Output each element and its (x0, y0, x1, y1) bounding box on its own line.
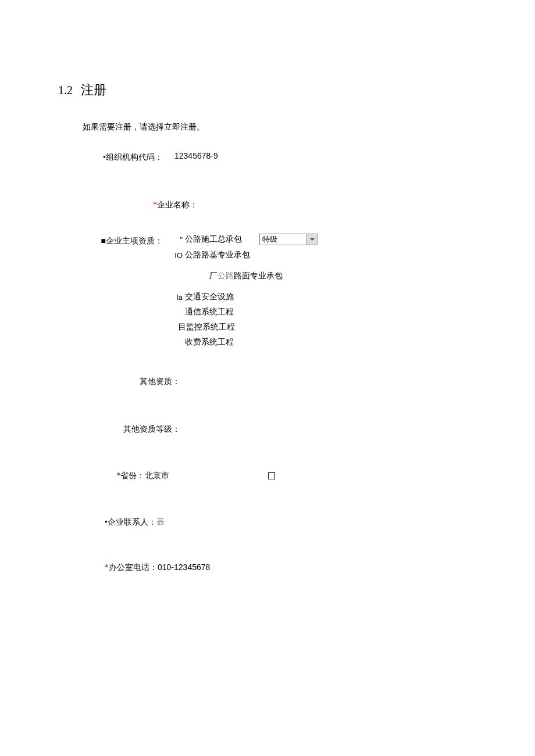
heading-title: 注册 (81, 83, 106, 97)
qual-item-7: 收费系统工程 (185, 337, 318, 347)
org-code-row: •组织机构代码： 12345678-9 (93, 151, 477, 163)
qual-text-4: 交通安全设施 (185, 292, 234, 302)
main-qualification-section: ■企业主项资质： " 公路施工总承包 特级 IO 公路路基专业承包 厂公路路面专… (93, 234, 477, 352)
qual-prefix-4: Ia (174, 293, 183, 302)
province-label-text: 省份： (120, 471, 145, 480)
qual-item-1: " 公路施工总承包 特级 (174, 234, 318, 245)
other-qualification-label: 其他资质： (93, 375, 180, 387)
qual-bullet: ■ (101, 237, 106, 245)
company-name-label-text: 企业名称： (157, 200, 198, 209)
province-label: *省份：北京市 (116, 471, 169, 481)
heading-number: 1.2 (58, 84, 73, 96)
contact-value: 聂 (156, 518, 165, 526)
phone-value: 010-12345678 (158, 562, 210, 572)
other-qualification-level-row: 其他资质等级： (93, 423, 477, 435)
phone-label: 办公室电话： (109, 563, 158, 572)
qual-prefix-2: IO (174, 251, 183, 260)
qual-item-5: 通信系统工程 (185, 307, 318, 317)
province-checkbox[interactable] (268, 472, 275, 479)
company-name-label: *企业名称： (93, 199, 198, 210)
province-star: * (116, 471, 120, 480)
phone-star: * (105, 563, 109, 572)
other-qualification-row: 其他资质： (93, 375, 477, 387)
contact-label: 企业联系人： (108, 518, 156, 526)
intro-text: 如果需要注册，请选择立即注册。 (83, 122, 477, 132)
qual-label-text: 企业主项资质： (106, 237, 163, 245)
org-code-value: 12345678-9 (174, 151, 218, 160)
province-value: 北京市 (145, 471, 169, 480)
qual-text-1: 公路施工总承包 (185, 234, 242, 245)
org-code-label: •组织机构代码： (93, 151, 163, 163)
qual-item-3: 厂公路路面专业承包 (209, 271, 318, 281)
other-qualification-level-label: 其他资质等级： (93, 423, 180, 435)
required-star: * (153, 200, 157, 209)
chevron-down-icon (306, 234, 317, 245)
qual-text-3-gray: 公路 (217, 271, 234, 281)
section-heading: 1.2 注册 (58, 81, 477, 99)
qual-text-7: 收费系统工程 (185, 337, 234, 347)
qual-prefix-3: 厂 (209, 271, 217, 281)
qualification-list: " 公路施工总承包 特级 IO 公路路基专业承包 厂公路路面专业承包 Ia 交通… (174, 234, 318, 352)
province-row: *省份：北京市 (116, 471, 477, 481)
qual-text-5: 通信系统工程 (185, 307, 234, 317)
qual-prefix-1: " (174, 235, 183, 244)
qualification-level-select[interactable]: 特级 (259, 234, 318, 245)
qual-text-6: 目监控系统工程 (178, 322, 235, 332)
company-name-row: *企业名称： (93, 199, 477, 210)
qual-item-2: IO 公路路基专业承包 (174, 250, 318, 260)
select-text: 特级 (260, 234, 306, 245)
main-qualification-label: ■企业主项资质： (93, 234, 163, 246)
office-phone-row: *办公室电话：010-12345678 (105, 562, 477, 573)
qual-text-2: 公路路基专业承包 (185, 250, 250, 260)
contact-row: •企业联系人：聂 (105, 517, 477, 528)
qual-item-4: Ia 交通安全设施 (174, 292, 318, 302)
qual-text-3-rest: 路面专业承包 (234, 271, 283, 281)
qual-item-6: 目监控系统工程 (178, 322, 318, 332)
